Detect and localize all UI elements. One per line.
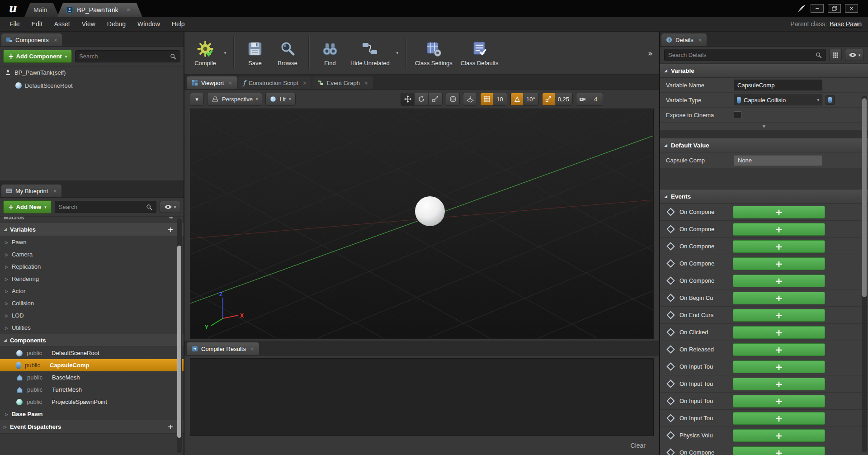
category-lod[interactable]: ▷ LOD: [0, 309, 184, 322]
close-tab-icon[interactable]: ×: [250, 346, 254, 351]
scale-snap-toggle[interactable]: [542, 93, 555, 105]
close-tab-icon[interactable]: ×: [364, 81, 368, 85]
event-dispatchers-header[interactable]: ▷ Event Dispatchers +: [0, 420, 184, 434]
close-tab-icon[interactable]: ×: [54, 38, 57, 43]
class-defaults-button[interactable]: Class Defaults: [457, 33, 503, 72]
details-scrollbar[interactable]: [862, 96, 867, 452]
add-event-button[interactable]: +: [733, 309, 825, 322]
save-button[interactable]: Save: [239, 33, 271, 72]
menu-edit[interactable]: Edit: [26, 17, 48, 31]
tab-compiler-results[interactable]: Compiler Results ×: [187, 342, 259, 355]
events-section-header[interactable]: ◢ Events: [660, 190, 868, 204]
rotation-snap-toggle[interactable]: [511, 93, 523, 105]
viewport-canvas[interactable]: Z X Y: [190, 109, 654, 339]
hide-unrelated-options-dropdown[interactable]: ▾: [394, 33, 401, 72]
window-tab-main[interactable]: Main: [24, 3, 59, 17]
feather-icon[interactable]: [797, 4, 807, 14]
menu-asset[interactable]: Asset: [48, 17, 76, 31]
viewport-options-button[interactable]: ▾: [190, 93, 204, 106]
window-tab-bp-pawntank[interactable]: BP_PawnTank ×: [57, 3, 142, 17]
close-button[interactable]: ×: [845, 4, 858, 13]
close-tab-icon[interactable]: ×: [228, 81, 232, 85]
compile-button[interactable]: Compile: [189, 33, 222, 72]
add-event-button[interactable]: +: [733, 412, 825, 425]
add-event-button[interactable]: +: [733, 223, 825, 236]
rotate-tool-button[interactable]: [415, 93, 429, 106]
my-blueprint-search[interactable]: [55, 201, 156, 213]
container-type-button[interactable]: [826, 95, 835, 105]
visibility-filter-button[interactable]: ▾: [160, 201, 180, 213]
tab-details[interactable]: Details ×: [661, 33, 707, 46]
tab-my-blueprint[interactable]: My Blueprint ×: [1, 185, 61, 197]
surface-snap-button[interactable]: [463, 93, 477, 106]
my-blueprint-scrollbar[interactable]: [177, 218, 182, 453]
close-tab-icon[interactable]: ×: [53, 189, 57, 194]
find-button[interactable]: Find: [314, 33, 346, 72]
variables-section-header[interactable]: ◢ Variables +: [0, 223, 184, 236]
grid-snap-value[interactable]: 10: [493, 93, 507, 105]
property-matrix-button[interactable]: [829, 49, 842, 61]
translate-tool-button[interactable]: [401, 93, 415, 106]
default-value-section-header[interactable]: ◢ Default Value: [660, 138, 868, 152]
scrollbar-thumb[interactable]: [862, 98, 867, 297]
camera-speed-button[interactable]: [576, 93, 589, 105]
add-event-button[interactable]: +: [733, 343, 825, 356]
capsule-comp-default-field[interactable]: None: [734, 155, 822, 166]
class-settings-button[interactable]: Class Settings: [411, 33, 457, 72]
expose-cinematics-checkbox[interactable]: [734, 111, 741, 119]
components-search[interactable]: [75, 50, 180, 62]
add-event-dispatcher-button[interactable]: +: [168, 422, 174, 431]
add-new-button[interactable]: + Add New ▾: [3, 200, 52, 213]
scrollbar-thumb[interactable]: [177, 246, 181, 438]
advanced-expander[interactable]: ▼: [660, 123, 868, 130]
variable-row-capsulecomp[interactable]: public CapsuleComp: [0, 359, 184, 371]
components-section-header[interactable]: ◢ Components: [0, 334, 184, 347]
variable-type-dropdown[interactable]: Capsule Collisio ▾: [734, 95, 822, 105]
add-event-button[interactable]: +: [733, 360, 825, 373]
category-utilities[interactable]: ▷ Utilities: [0, 322, 184, 334]
add-event-button[interactable]: +: [733, 326, 825, 339]
menu-file[interactable]: File: [4, 17, 26, 31]
clear-button[interactable]: Clear: [631, 442, 646, 449]
variable-section-header[interactable]: ◢ Variable: [660, 64, 868, 78]
variable-row-turretmesh[interactable]: public TurretMesh: [0, 384, 184, 396]
components-search-input[interactable]: [79, 53, 167, 60]
hide-unrelated-button[interactable]: Hide Unrelated: [346, 33, 394, 72]
tab-viewport[interactable]: Viewport ×: [187, 76, 237, 89]
details-search-input[interactable]: [668, 52, 813, 58]
scale-snap-value[interactable]: 0,25: [555, 93, 572, 105]
tab-event-graph[interactable]: Event Graph ×: [312, 76, 373, 89]
category-rendering[interactable]: ▷ Rendering: [0, 273, 184, 285]
display-filter-button[interactable]: ▾: [845, 49, 864, 61]
parent-class-link[interactable]: Base Pawn: [830, 20, 862, 28]
rotation-snap-value[interactable]: 10°: [523, 93, 538, 105]
restore-button[interactable]: [828, 4, 841, 13]
tab-construction-script[interactable]: ƒ Construction Script ×: [238, 76, 311, 89]
camera-speed-value[interactable]: 4: [589, 93, 603, 105]
add-event-button[interactable]: +: [733, 206, 825, 218]
macros-section-clipped[interactable]: Macros +: [0, 217, 184, 223]
scale-tool-button[interactable]: [429, 93, 443, 106]
category-collision[interactable]: ▷ Collision: [0, 297, 184, 309]
add-variable-button[interactable]: +: [168, 225, 174, 234]
tree-item-default-scene-root[interactable]: DefaultSceneRoot: [0, 79, 184, 92]
category-camera[interactable]: ▷ Camera: [0, 248, 184, 261]
menu-view[interactable]: View: [76, 17, 101, 31]
variable-name-input[interactable]: CapsuleComp: [734, 80, 822, 90]
variable-row-projectilespawnpoint[interactable]: public ProjectileSpawnPoint: [0, 396, 184, 408]
add-event-button[interactable]: +: [733, 378, 825, 390]
category-actor[interactable]: ▷ Actor: [0, 285, 184, 297]
perspective-button[interactable]: Perspective ▾: [207, 93, 262, 106]
variable-row-defaultsceneroot[interactable]: public DefaultSceneRoot: [0, 347, 184, 359]
add-event-button[interactable]: +: [733, 446, 825, 455]
close-tab-icon[interactable]: ×: [698, 38, 702, 43]
browse-button[interactable]: Browse: [271, 33, 304, 72]
add-event-button[interactable]: +: [733, 429, 825, 442]
add-event-button[interactable]: +: [733, 240, 825, 253]
add-event-button[interactable]: +: [733, 395, 825, 408]
menu-debug[interactable]: Debug: [101, 17, 132, 31]
menu-window[interactable]: Window: [132, 17, 166, 31]
close-tab-icon[interactable]: ×: [303, 81, 307, 85]
tab-components[interactable]: Components ×: [1, 33, 62, 46]
category-pawn[interactable]: ▷ Pawn: [0, 236, 184, 248]
